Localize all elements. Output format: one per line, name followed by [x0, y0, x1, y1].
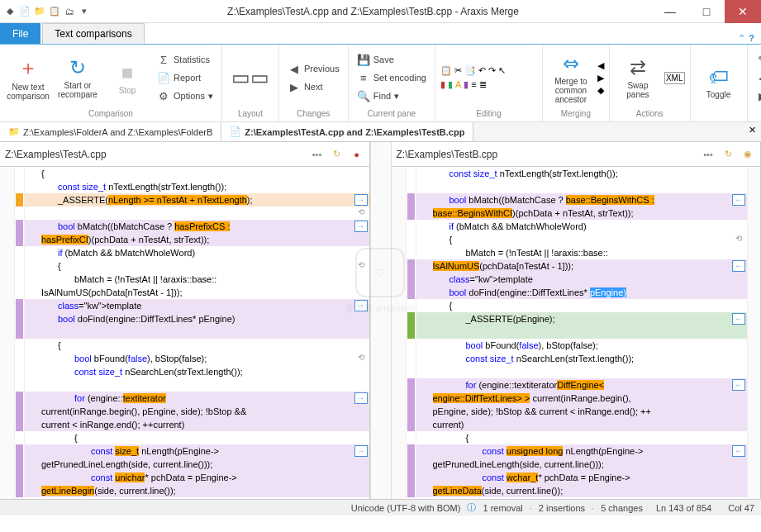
right-file-path[interactable]: Z:\Examples\TestB.cpp	[397, 149, 697, 160]
status-col: Col 47	[728, 503, 754, 513]
qa-report-icon[interactable]: 📋	[48, 5, 61, 18]
file-icon: 📄	[230, 126, 241, 137]
ribbon-group-layout: ▭▭ Layout	[222, 45, 279, 121]
ribbon-group-editing: 📋 ✂ 📑 ↶ ↷ ↖ ▮ ▮ A ▮ ≡ ≣ Editing	[435, 45, 543, 121]
ribbon-group-actions: ⇄Swap panes XML Actions	[610, 45, 691, 121]
ribbon-tabs: File Text comparisons ⌃ ?	[0, 23, 761, 45]
restore-icon[interactable]: ⟲	[732, 497, 745, 499]
paste-icon[interactable]: 📋	[440, 65, 452, 76]
tab-close-icon[interactable]: ✕	[749, 125, 756, 139]
merge-common-button[interactable]: ⇔Merge to common ancestor	[548, 48, 594, 107]
window-controls: — □ ✕	[652, 0, 761, 23]
pane-refresh-icon[interactable]: ↻	[721, 147, 735, 162]
stats-icon: Σ	[157, 53, 170, 66]
right-arrow-icon: ▶	[756, 89, 762, 102]
ribbon-group-changes: ◀Previous ▶Next Changes	[279, 45, 349, 121]
pane-dot-icon[interactable]: ●	[350, 147, 364, 162]
pane-menu-button[interactable]: •••	[701, 147, 716, 162]
overview-strip[interactable]	[747, 167, 760, 499]
qa-folder-icon[interactable]: 🗂	[63, 5, 76, 18]
filetab-files[interactable]: 📄Z:\Examples\TestA.cpp and Z:\Examples\T…	[221, 122, 473, 141]
edit-comment-button[interactable]: ✎Edit comment	[753, 51, 762, 68]
right-arrow-icon: ▶	[288, 80, 301, 93]
status-line: Ln 143 of 854	[656, 503, 711, 513]
swap-panes-button[interactable]: ⇄Swap panes	[615, 48, 661, 107]
pencil-icon: ✎	[756, 53, 762, 66]
stop-button[interactable]: ■Stop	[104, 48, 150, 107]
left-file-path[interactable]: Z:\Examples\TestA.cpp	[5, 149, 305, 160]
merge-arrow[interactable]: →	[354, 194, 368, 206]
undo-icon[interactable]: ↶	[478, 65, 486, 76]
save-icon: 💾	[357, 53, 370, 66]
copy-icon[interactable]: 📑	[464, 65, 476, 76]
merge-right-icon[interactable]: ▶	[597, 73, 604, 83]
status-insertions: 2 insertions	[539, 503, 585, 513]
edit-icon6[interactable]: ≣	[479, 79, 487, 90]
ribbon-collapse-icon[interactable]: ⌃	[738, 33, 745, 44]
merge-arrow[interactable]: ←	[732, 260, 745, 272]
qa-open-icon[interactable]: 📁	[33, 5, 46, 18]
pane-menu-button[interactable]: •••	[310, 147, 325, 162]
filetab-folders[interactable]: 📁Z:\Examples\FolderA and Z:\Examples\Fol…	[0, 122, 221, 141]
find-button[interactable]: 🔍Find ▾	[354, 88, 430, 104]
redo-icon[interactable]: ↷	[488, 65, 496, 76]
merge-arrow[interactable]: ←	[732, 194, 745, 206]
titlebar: ◆ 📄 📁 📋 🗂 ▾ Z:\Examples\TestA.cpp and Z:…	[0, 0, 761, 23]
merge-arrow[interactable]: →	[354, 300, 368, 311]
maximize-button[interactable]: □	[688, 0, 725, 23]
bookmark-next-button[interactable]: ▶Next	[753, 88, 762, 104]
layout-button[interactable]: ▭▭	[227, 48, 273, 107]
merge-arrow[interactable]: ←	[732, 379, 745, 391]
xml-icon[interactable]: XML	[664, 72, 685, 84]
left-code[interactable]: {const size_t nTextLength(strText.length…	[25, 167, 369, 499]
status-encoding: Unicode (UTF-8 with BOM)	[351, 503, 461, 513]
info-icon[interactable]: ⓘ	[467, 501, 476, 514]
new-text-comparison-button[interactable]: ＋New text comparison	[5, 48, 51, 107]
help-icon[interactable]: ?	[749, 33, 754, 44]
statusbar: Unicode (UTF-8 with BOM) ⓘ 1 removal · 2…	[0, 499, 761, 515]
edit-icon1[interactable]: ▮	[440, 79, 445, 90]
right-code[interactable]: const size_t nTextLength(strText.length(…	[416, 167, 748, 499]
merge-both-icon[interactable]: ◆	[597, 85, 604, 96]
report-button[interactable]: 📄Report	[154, 69, 216, 86]
status-changes: 5 changes	[601, 503, 643, 513]
merge-arrow[interactable]: →	[354, 392, 368, 404]
start-recompare-button[interactable]: ↻Start or recompare	[55, 48, 101, 107]
bookmark-prev-button[interactable]: ◀Previous	[753, 69, 762, 86]
tab-file[interactable]: File	[0, 23, 40, 44]
encoding-icon: ≡	[357, 71, 370, 84]
pane-dot-icon[interactable]: ◉	[740, 147, 755, 162]
edit-icon3[interactable]: A	[455, 79, 461, 90]
merge-left-icon[interactable]: ◀	[597, 60, 604, 71]
restore-icon[interactable]: ⟲	[354, 207, 368, 218]
edit-icon4[interactable]: ▮	[464, 79, 468, 90]
merge-arrow[interactable]: →	[354, 445, 368, 457]
merge-arrow[interactable]: ←	[732, 445, 745, 457]
cut-icon[interactable]: ✂	[454, 65, 462, 76]
ribbon-group-merging: ⇔Merge to common ancestor ◀ ▶ ◆ Merging	[543, 45, 610, 121]
left-arrow-icon: ◀	[756, 71, 762, 84]
quick-access: ◆ 📄 📁 📋 🗂 ▾	[0, 5, 94, 18]
app-icon: ◆	[3, 5, 17, 18]
merge-arrow[interactable]: →	[354, 221, 368, 232]
close-button[interactable]: ✕	[725, 0, 761, 23]
edit-icon2[interactable]: ▮	[448, 79, 453, 90]
pane-refresh-icon[interactable]: ↻	[330, 147, 345, 162]
merge-arrow[interactable]: ←	[732, 313, 745, 325]
toggle-button[interactable]: 🏷Toggle	[696, 48, 742, 116]
qa-dropdown-icon[interactable]: ▾	[78, 5, 91, 18]
select-icon[interactable]: ↖	[498, 65, 506, 76]
qa-new-icon[interactable]: 📄	[18, 5, 31, 18]
search-icon: 🔍	[357, 89, 370, 102]
minimize-button[interactable]: —	[652, 0, 688, 23]
statistics-button[interactable]: ΣStatistics	[154, 51, 216, 68]
previous-change-button[interactable]: ◀Previous	[284, 60, 343, 77]
encoding-button[interactable]: ≡Set encoding	[354, 69, 430, 86]
restore-icon[interactable]: ⟲	[354, 497, 368, 499]
next-change-button[interactable]: ▶Next	[284, 78, 343, 95]
edit-icon5[interactable]: ≡	[471, 79, 476, 90]
tab-text-comparisons[interactable]: Text comparisons	[42, 23, 144, 44]
status-removals: 1 removal	[483, 503, 522, 513]
options-button[interactable]: ⚙Options ▾	[154, 88, 216, 104]
save-button[interactable]: 💾Save	[354, 51, 430, 68]
